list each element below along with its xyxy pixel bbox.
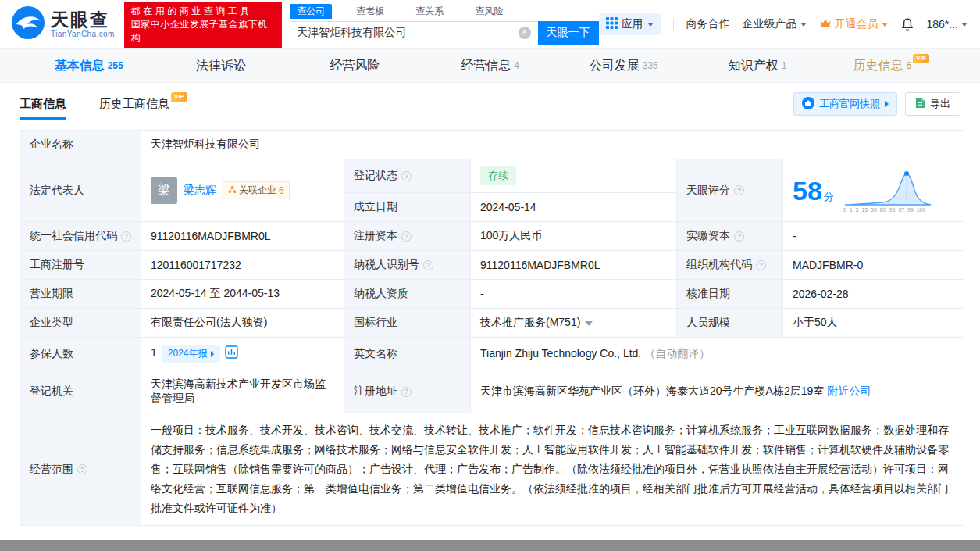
- taxpayer-id-value: 91120116MADJFBMR0L: [480, 259, 600, 271]
- tianyancha-logo[interactable]: 天眼查 TianYanCha.com: [11, 5, 115, 43]
- tab-history-business-info[interactable]: 历史工商信息 VIP: [99, 84, 187, 123]
- help-icon[interactable]: [734, 185, 744, 195]
- nav-tab-count: 255: [108, 60, 123, 71]
- legal-rep-avatar[interactable]: 梁: [151, 177, 177, 204]
- export-button[interactable]: 导出: [905, 92, 960, 116]
- apps-menu[interactable]: 应用: [599, 13, 661, 35]
- enterprise-products-label: 企业级产品: [743, 17, 797, 31]
- paid-capital-value: -: [793, 230, 796, 242]
- nav-tab-business-info[interactable]: 经营信息 4: [423, 49, 557, 82]
- related-companies-label: 关联企业: [239, 184, 276, 197]
- search-tab-relation[interactable]: 查关系: [408, 4, 451, 19]
- legal-rep-link[interactable]: 梁志辉: [184, 184, 216, 198]
- nav-tab-label: 基本信息: [55, 58, 105, 74]
- search-tab-risk[interactable]: 查风险: [468, 4, 510, 19]
- nav-tab-legal-proceedings[interactable]: 法律诉讼: [155, 49, 289, 82]
- clear-search-icon[interactable]: ×: [519, 27, 531, 39]
- label-text: 人员规模: [686, 316, 730, 328]
- staff-size-value: 小于50人: [793, 316, 838, 328]
- label-text: 核准日期: [686, 287, 730, 299]
- help-icon[interactable]: [423, 260, 433, 270]
- help-icon[interactable]: [756, 260, 766, 270]
- help-icon[interactable]: [401, 387, 412, 397]
- field-value-business-term: 2024-05-14 至 2044-05-13: [141, 280, 344, 309]
- annual-report-label: 2024年报: [168, 347, 208, 360]
- vip-badge: VIP: [913, 54, 929, 63]
- apps-label: 应用: [622, 17, 643, 31]
- table-row: 企业类型 有限责任公司(法人独资) 国标行业 技术推广服务(M751) 人员规模…: [20, 309, 964, 338]
- nav-tab-basic-info[interactable]: 基本信息 255: [22, 49, 155, 82]
- nav-tab-history-info[interactable]: 历史信息 6 VIP: [825, 49, 958, 82]
- notification-bell-icon[interactable]: [900, 17, 914, 32]
- menu-divider: [673, 19, 674, 30]
- field-value-insured-count: 12024年报: [141, 338, 344, 370]
- account-menu[interactable]: 186*...: [927, 18, 968, 30]
- search-input[interactable]: [290, 27, 518, 39]
- field-label-credit-code: 统一社会信用代码: [20, 222, 141, 251]
- arrow-right-icon: [211, 351, 214, 357]
- help-icon[interactable]: [121, 231, 131, 242]
- promo-line2: 国家中小企业发展子基金旗下机构: [131, 18, 275, 45]
- vip-membership-menu[interactable]: 开通会员: [819, 17, 888, 31]
- address-value: 天津市滨海高新区华苑产业区（环外）海泰大道20号生产楼A栋2层19室: [480, 385, 824, 397]
- field-label-reg-status: 登记状态: [344, 159, 471, 193]
- top-header: 天眼查 TianYanCha.com 都在用的商业查询工具 国家中小企业发展子基…: [0, 0, 980, 48]
- field-label-taxpayer-id: 纳税人识别号: [344, 251, 471, 280]
- tab-business-registration-info[interactable]: 工商信息: [20, 84, 66, 123]
- nav-tab-operational-risk[interactable]: 经营风险: [290, 49, 423, 82]
- tyc-score-value: 58分: [793, 177, 834, 204]
- section-header: 工商信息 历史工商信息 VIP 工商官网快照: [0, 83, 980, 123]
- caret-down-icon: [647, 23, 654, 27]
- field-label-company-type: 企业类型: [20, 309, 141, 338]
- search-tab-boss[interactable]: 查老板: [349, 4, 391, 19]
- related-companies-badge[interactable]: 关联企业 6: [223, 181, 290, 199]
- caret-down-icon: [961, 23, 968, 27]
- company-type-value: 有限责任公司(法人独资): [151, 316, 267, 328]
- nearby-companies-link[interactable]: 附近公司: [827, 385, 871, 397]
- nav-tab-count: 1: [782, 60, 787, 71]
- score-number: 58: [793, 176, 822, 206]
- official-snapshot-button[interactable]: 工商官网快照: [793, 92, 897, 116]
- label-text: 统一社会信用代码: [30, 229, 117, 242]
- field-value-taxpayer-quality: -: [471, 280, 677, 309]
- help-icon[interactable]: [734, 231, 744, 242]
- field-value-staff-size: 小于50人: [783, 309, 964, 338]
- reg-authority-value: 天津滨海高新技术产业开发区市场监督管理局: [151, 377, 326, 404]
- field-label-reg-authority: 登记机关: [20, 370, 141, 413]
- table-row: 工商注册号 120116001717232 纳税人识别号 91120116MAD…: [20, 251, 964, 280]
- nav-tab-label: 公司发展: [590, 58, 640, 74]
- field-value-paid-capital: -: [783, 222, 964, 251]
- field-label-reg-number: 工商注册号: [20, 251, 141, 280]
- apps-grid-icon: [606, 17, 618, 31]
- annual-report-chart-icon[interactable]: [225, 345, 238, 359]
- score-axis-labels: 0 1 3 15 50 80 95 97 99 100: [843, 207, 932, 213]
- nav-tab-intellectual-property[interactable]: 知识产权 1: [690, 49, 824, 82]
- crown-icon: [819, 18, 832, 30]
- field-value-legal-rep: 梁 梁志辉 关联企业 6: [141, 159, 344, 222]
- field-label-industry: 国标行业: [344, 309, 471, 338]
- vip-badge: VIP: [171, 92, 187, 102]
- search-tab-company[interactable]: 查公司: [290, 4, 332, 19]
- nav-tab-count: 4: [514, 60, 519, 71]
- field-value-tyc-score: 58分 0 1 3 15 50 80 95 97 99 100: [783, 159, 964, 222]
- label-text: 实缴资本: [686, 229, 730, 242]
- label-text: 纳税人资质: [354, 287, 408, 299]
- company-name-value: 天津智炬科技有限公司: [151, 138, 260, 150]
- help-icon[interactable]: [401, 171, 412, 181]
- chevron-down-icon[interactable]: [585, 321, 593, 326]
- subtab-label: 工商信息: [20, 97, 66, 112]
- help-icon[interactable]: [77, 464, 87, 474]
- company-info-table: 企业名称 天津智炬科技有限公司 法定代表人 梁 梁志辉: [20, 130, 964, 526]
- reg-capital-value: 100万人民币: [480, 229, 542, 242]
- business-cooperation-link[interactable]: 商务合作: [686, 17, 730, 31]
- nav-tab-label: 经营信息: [461, 58, 511, 74]
- help-icon[interactable]: [401, 231, 412, 242]
- score-curve: [843, 168, 932, 207]
- taxpayer-quality-value: -: [480, 288, 484, 300]
- enterprise-products-menu[interactable]: 企业级产品: [743, 17, 807, 31]
- field-value-org-code: MADJFBMR-0: [783, 251, 964, 280]
- field-value-reg-number: 120116001717232: [141, 251, 344, 280]
- search-button[interactable]: 天眼一下: [538, 21, 599, 45]
- annual-report-badge[interactable]: 2024年报: [162, 345, 220, 363]
- nav-tab-company-development[interactable]: 公司发展 335: [557, 49, 690, 82]
